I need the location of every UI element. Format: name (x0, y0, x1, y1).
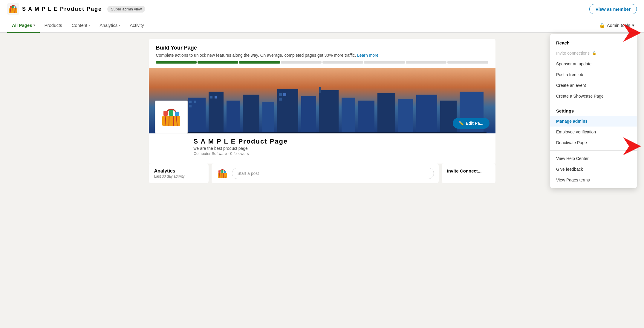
nav-item-analytics[interactable]: Analytics ▾ (95, 19, 125, 33)
settings-section-label: Settings (550, 107, 637, 116)
analytics-card: Analytics Last 30 day activity (149, 164, 209, 183)
post-basket-icon (216, 167, 228, 179)
svg-rect-16 (301, 96, 316, 133)
progress-segment-8 (447, 61, 488, 64)
admin-tools-dropdown: Reach Invite connections 🔒 Sponsor an up… (550, 34, 637, 188)
company-meta: Computer Software · 0 followers (194, 151, 488, 156)
svg-line-48 (223, 173, 224, 178)
progress-segment-2 (198, 61, 238, 64)
svg-rect-52 (224, 171, 226, 173)
analytics-title: Analytics (154, 168, 203, 174)
svg-rect-34 (158, 132, 487, 133)
dropdown-item-post-free-job[interactable]: Post a free job (550, 69, 637, 80)
svg-rect-33 (319, 87, 321, 93)
brand-name: S A M P L E Product Page (22, 6, 102, 12)
svg-rect-41 (163, 111, 168, 116)
build-page-title: Build Your Page (156, 45, 488, 51)
super-admin-badge: Super admin view (107, 6, 145, 13)
progress-segment-5 (322, 61, 363, 64)
invite-title: Invite Connect... (447, 168, 490, 173)
svg-rect-18 (342, 98, 355, 133)
svg-line-47 (221, 173, 221, 178)
chevron-down-icon: ▾ (88, 24, 90, 27)
svg-rect-6 (10, 6, 12, 8)
chevron-down-icon: ▾ (632, 23, 634, 28)
progress-segment-3 (239, 61, 280, 64)
skyline-icon (149, 86, 495, 133)
nav-bar: All Pages ▾ Products Content ▾ Analytics… (0, 18, 644, 33)
learn-more-link[interactable]: Learn more (357, 53, 379, 58)
dropdown-item-employee-verification[interactable]: Employee verification (550, 127, 637, 137)
lock-icon: 🔒 (592, 51, 596, 55)
dropdown-item-manage-admins[interactable]: Manage admins (550, 116, 637, 127)
progress-segment-7 (406, 61, 446, 64)
svg-rect-23 (440, 101, 457, 133)
svg-rect-29 (215, 96, 217, 98)
build-page-section: Build Your Page Complete actions to unlo… (149, 39, 495, 68)
banner-image: ✏️ Edit Pa... (149, 68, 495, 133)
company-logo-icon (159, 105, 183, 129)
progress-segment-4 (281, 61, 322, 64)
progress-segment-1 (156, 61, 197, 64)
brand-logo-icon (7, 3, 19, 15)
svg-rect-28 (210, 96, 212, 98)
build-page-description: Complete actions to unlock new features … (156, 53, 488, 58)
edit-page-button[interactable]: ✏️ Edit Pa... (453, 118, 489, 129)
dropdown-item-create-event[interactable]: Create an event (550, 80, 637, 91)
nav-item-all-pages[interactable]: All Pages ▾ (7, 19, 40, 33)
dropdown-item-invite-connections[interactable]: Invite connections 🔒 (550, 48, 637, 58)
svg-line-39 (173, 116, 174, 126)
svg-rect-31 (283, 93, 286, 96)
chevron-down-icon: ▾ (119, 24, 120, 27)
dropdown-item-create-showcase[interactable]: Create a Showcase Page (550, 91, 637, 101)
svg-rect-42 (169, 110, 173, 116)
dropdown-divider-2 (550, 150, 637, 151)
view-as-member-button[interactable]: View as member (589, 4, 637, 14)
svg-rect-19 (358, 101, 374, 133)
nav-item-activity[interactable]: Activity (125, 19, 149, 33)
dropdown-item-sponsor-update[interactable]: Sponsor an update (550, 58, 637, 69)
chevron-down-icon: ▾ (33, 24, 35, 27)
svg-line-4 (14, 8, 14, 13)
company-info-section: S A M P L E Product Page we are the best… (149, 133, 495, 161)
nav-item-products[interactable]: Products (40, 19, 67, 33)
svg-rect-14 (262, 102, 274, 133)
dropdown-item-give-feedback[interactable]: Give feedback (550, 164, 637, 175)
dropdown-item-help-center[interactable]: View Help Center (550, 153, 637, 164)
admin-tools-button[interactable]: 🔒 Admin tools ▾ (597, 18, 637, 32)
progress-bar (156, 61, 488, 64)
nav-item-content[interactable]: Content ▾ (67, 19, 95, 33)
svg-rect-13 (243, 95, 259, 133)
svg-rect-12 (227, 101, 240, 133)
dropdown-item-pages-terms[interactable]: View Pages terms (550, 175, 637, 185)
pencil-icon: ✏️ (459, 121, 464, 126)
nav-right: 🔒 Admin tools ▾ Reach Invite connections… (597, 18, 637, 32)
svg-line-38 (169, 116, 169, 126)
analytics-subtitle: Last 30 day activity (154, 174, 203, 178)
svg-rect-50 (218, 170, 221, 173)
dropdown-divider (550, 104, 637, 104)
svg-rect-43 (175, 112, 179, 116)
svg-rect-25 (189, 101, 192, 103)
svg-rect-22 (416, 95, 437, 133)
company-logo (155, 101, 188, 133)
company-name: S A M P L E Product Page (194, 138, 488, 145)
svg-rect-51 (221, 170, 223, 173)
svg-rect-7 (12, 6, 14, 8)
progress-segment-6 (364, 61, 405, 64)
svg-rect-26 (194, 101, 196, 103)
svg-rect-32 (279, 98, 282, 101)
post-card: Start a post (212, 164, 439, 183)
lock-icon: 🔒 (599, 22, 605, 28)
svg-rect-30 (279, 93, 282, 96)
bottom-cards: Analytics Last 30 day activity S (149, 164, 495, 189)
svg-rect-8 (15, 7, 16, 8)
invite-connections-label: Invite connections (556, 51, 590, 56)
post-input[interactable]: Start a post (232, 168, 434, 179)
dropdown-item-deactivate-page[interactable]: Deactivate Page (550, 137, 637, 148)
svg-rect-21 (398, 99, 413, 133)
banner-section: ✏️ Edit Pa... S A M P L E Product Page w… (149, 68, 495, 164)
svg-rect-20 (377, 93, 395, 133)
nav-left: All Pages ▾ Products Content ▾ Analytics… (7, 19, 149, 32)
svg-line-3 (12, 8, 12, 13)
